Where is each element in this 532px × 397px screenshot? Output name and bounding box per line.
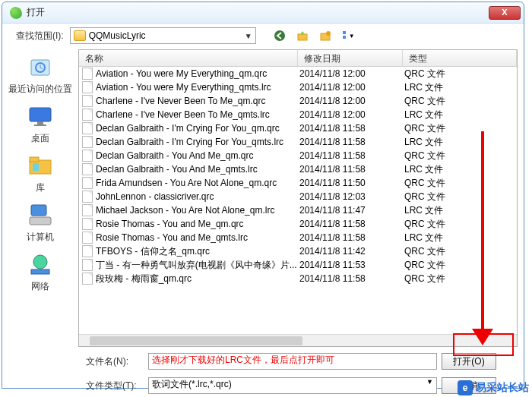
file-date: 2014/11/8 11:58: [299, 150, 404, 161]
file-date: 2014/11/8 12:00: [299, 109, 404, 120]
file-row[interactable]: Declan Galbraith - I'm Crying For You_qm…: [79, 121, 517, 135]
file-row[interactable]: Declan Galbraith - I'm Crying For You_qm…: [79, 135, 517, 149]
svg-rect-15: [33, 163, 39, 171]
close-button[interactable]: X: [489, 6, 521, 20]
svg-point-0: [274, 30, 285, 41]
file-name: Michael Jackson - You Are Not Alone_qm.l…: [96, 205, 299, 216]
watermark-text: 易采站长站: [476, 381, 529, 393]
svg-rect-6: [343, 36, 346, 39]
file-name: Rosie Thomas - You and Me_qm.qrc: [96, 219, 299, 229]
file-icon: [82, 218, 93, 230]
file-name: Rosie Thomas - You and Me_qmts.lrc: [96, 232, 299, 243]
file-name: Declan Galbraith - You And Me_qmts.lrc: [96, 164, 299, 175]
file-name: 丁当 - 有一种勇气叫放弃(电视剧《风中奇缘》片...: [96, 259, 299, 272]
sidebar-desktop[interactable]: 桌面: [6, 103, 74, 145]
sidebar-computer[interactable]: 计算机: [6, 202, 74, 244]
file-date: 2014/11/8 12:00: [299, 82, 404, 93]
back-icon[interactable]: [273, 29, 287, 43]
filename-row: 文件名(N): 选择刚才下载好的LRC文件，最后点打开即可 打开(O): [86, 353, 516, 370]
file-type: QRC 文件: [404, 273, 517, 285]
file-type: QRC 文件: [404, 68, 517, 80]
file-row[interactable]: Aviation - You were My Everything_qmts.l…: [79, 80, 517, 94]
file-name: TFBOYS - 信仰之名_qm.qrc: [96, 245, 299, 258]
file-icon: [82, 204, 93, 216]
file-icon: [82, 163, 93, 175]
file-type: LRC 文件: [404, 81, 517, 94]
file-row[interactable]: Charlene - I've Never Been To Me_qm.qrc2…: [79, 94, 517, 108]
sidebar-libraries[interactable]: 库: [6, 153, 74, 194]
open-button[interactable]: 打开(O): [442, 353, 496, 370]
filename-input[interactable]: 选择刚才下载好的LRC文件，最后点打开即可: [148, 353, 437, 370]
horizontal-scrollbar[interactable]: [79, 334, 517, 346]
file-name: Frida Amundsen - You Are Not Alone_qm.qr…: [96, 178, 299, 188]
file-row[interactable]: Rosie Thomas - You and Me_qmts.lrc2014/1…: [79, 231, 517, 244]
watermark-logo: e: [458, 380, 473, 395]
filename-label: 文件名(N):: [86, 355, 144, 368]
filetype-row: 文件类型(T): 歌词文件(*.lrc,*.qrc) ▼ 取消: [86, 377, 516, 394]
file-date: 2014/11/8 11:47: [299, 205, 404, 216]
toolbar: 查找范围(I): QQMusicLyric ▼ ▼: [2, 24, 524, 48]
file-row[interactable]: Rosie Thomas - You and Me_qm.qrc2014/11/…: [79, 217, 517, 231]
column-date[interactable]: 修改日期: [298, 50, 403, 66]
view-menu-icon[interactable]: ▼: [341, 29, 355, 43]
svg-rect-1: [298, 34, 307, 40]
bottom-panel: 文件名(N): 选择刚才下载好的LRC文件，最后点打开即可 打开(O) 文件类型…: [2, 348, 524, 397]
path-dropdown[interactable]: QQMusicLyric ▼: [70, 27, 256, 44]
app-icon: [10, 7, 22, 19]
filetype-label: 文件类型(T):: [86, 380, 144, 392]
file-icon: [82, 109, 93, 121]
file-row[interactable]: Frida Amundsen - You Are Not Alone_qm.qr…: [79, 176, 517, 190]
file-name: Declan Galbraith - I'm Crying For You_qm…: [96, 137, 299, 147]
svg-rect-12: [34, 124, 46, 126]
file-icon: [82, 232, 93, 244]
path-text: QQMusicLyric: [89, 30, 245, 41]
file-icon: [82, 177, 93, 189]
file-row[interactable]: Michael Jackson - You Are Not Alone_qm.l…: [79, 203, 517, 217]
window-title: 打开: [27, 6, 489, 19]
file-row[interactable]: Declan Galbraith - You And Me_qm.qrc2014…: [79, 149, 517, 162]
file-date: 2014/11/8 12:03: [299, 191, 404, 202]
svg-point-18: [33, 255, 47, 269]
sidebar-network[interactable]: 网络: [6, 251, 74, 293]
computer-icon: [27, 202, 54, 229]
file-row[interactable]: 丁当 - 有一种勇气叫放弃(电视剧《风中奇缘》片...2014/11/8 11:…: [79, 258, 517, 272]
file-type: QRC 文件: [404, 191, 517, 203]
file-name: Charlene - I've Never Been To Me_qmts.lr…: [96, 109, 299, 120]
file-row[interactable]: JohnLennon - classicriver.qrc2014/11/8 1…: [79, 190, 517, 203]
scope-label: 查找范围(I):: [16, 30, 64, 43]
file-icon: [82, 150, 93, 162]
file-name: Charlene - I've Never Been To Me_qm.qrc: [96, 96, 299, 106]
column-name[interactable]: 名称: [79, 50, 298, 66]
file-row[interactable]: TFBOYS - 信仰之名_qm.qrc2014/11/8 11:42QRC 文…: [79, 244, 517, 258]
file-type: LRC 文件: [404, 204, 517, 217]
file-name: Declan Galbraith - I'm Crying For You_qm…: [96, 123, 299, 134]
svg-rect-17: [30, 217, 51, 225]
filetype-dropdown[interactable]: 歌词文件(*.lrc,*.qrc) ▼: [148, 377, 437, 394]
file-date: 2014/11/8 11:53: [299, 260, 404, 270]
file-icon: [82, 259, 93, 271]
column-type[interactable]: 类型: [403, 50, 517, 66]
places-sidebar: 最近访问的位置 桌面 库 计算机 网络: [2, 48, 78, 348]
file-date: 2014/11/8 11:58: [299, 137, 404, 147]
file-row[interactable]: Declan Galbraith - You And Me_qmts.lrc20…: [79, 162, 517, 176]
file-icon: [82, 191, 93, 203]
open-dialog-window: 打开 X 查找范围(I): QQMusicLyric ▼ ▼ 最近访问的位置 桌…: [2, 2, 524, 389]
file-type: QRC 文件: [404, 122, 517, 135]
column-headers: 名称 修改日期 类型: [79, 50, 517, 67]
file-date: 2014/11/8 11:58: [299, 232, 404, 243]
file-row[interactable]: 段玫梅 - 梅雨窗_qm.qrc2014/11/8 11:58QRC 文件: [79, 272, 517, 285]
sidebar-recent[interactable]: 最近访问的位置: [6, 54, 74, 96]
new-folder-icon[interactable]: [318, 29, 332, 43]
file-type: QRC 文件: [404, 95, 517, 108]
network-icon: [27, 251, 54, 279]
file-row[interactable]: Aviation - You were My Everything_qm.qrc…: [79, 67, 517, 80]
dropdown-arrow-icon: ▼: [245, 32, 252, 40]
file-type: QRC 文件: [404, 177, 517, 190]
up-icon[interactable]: [296, 29, 309, 43]
scrollbar-thumb[interactable]: [90, 336, 302, 345]
file-date: 2014/11/8 11:42: [299, 246, 404, 257]
toolbar-icons: ▼: [273, 29, 355, 43]
file-date: 2014/11/8 11:58: [299, 219, 404, 229]
file-type: QRC 文件: [404, 259, 517, 272]
file-row[interactable]: Charlene - I've Never Been To Me_qmts.lr…: [79, 108, 517, 121]
